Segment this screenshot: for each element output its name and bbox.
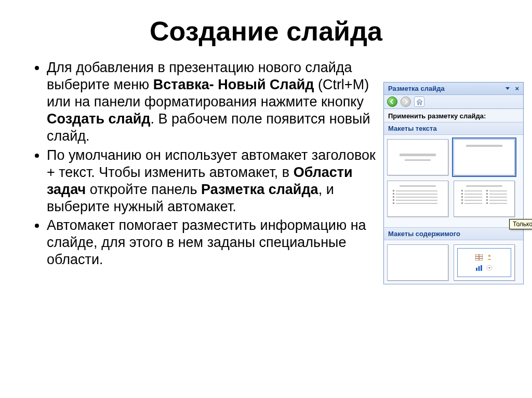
close-icon[interactable]: × <box>514 85 520 92</box>
arrow-left-icon <box>390 99 395 104</box>
arrow-right-icon <box>403 99 408 104</box>
layout-two-column-text[interactable] <box>454 181 515 217</box>
page-title: Создание слайда <box>21 16 511 47</box>
svg-point-9 <box>489 267 490 269</box>
clipart-icon <box>485 253 494 262</box>
thumb-row <box>387 139 520 175</box>
taskpane-nav <box>384 95 523 109</box>
body-text: Для добавления в презентацию нового слай… <box>21 59 379 284</box>
thumb-graphic <box>466 145 502 147</box>
bold-text: Создать слайд <box>47 111 150 127</box>
taskpane-title: Разметка слайда <box>388 85 445 92</box>
bold-text: Разметка слайда <box>201 182 318 197</box>
thumb-graphic <box>393 190 437 204</box>
svg-point-4 <box>488 255 490 257</box>
text: откройте панель <box>86 182 201 197</box>
svg-rect-5 <box>476 268 477 271</box>
apply-layout-label: Применить разметку слайда: <box>384 109 523 122</box>
content-layouts-area <box>384 240 523 284</box>
dropdown-icon[interactable] <box>506 87 510 90</box>
bullet-item: Автомакет помогает разместить информацию… <box>47 217 379 268</box>
layout-blank[interactable] <box>387 244 448 281</box>
back-button[interactable] <box>387 97 397 107</box>
svg-rect-7 <box>481 265 482 271</box>
bullet-item: По умолчанию он использует автомакет заг… <box>47 147 379 215</box>
home-icon <box>416 99 423 105</box>
bullet-list: Для добавления в презентацию нового слай… <box>21 59 379 268</box>
table-icon <box>475 253 483 262</box>
home-button[interactable] <box>414 97 424 107</box>
thumb-graphic <box>466 185 502 187</box>
layout-title-text[interactable] <box>387 181 448 217</box>
thumb-graphic <box>405 159 431 161</box>
layout-title-slide[interactable] <box>387 139 448 175</box>
content-icons <box>475 253 494 272</box>
layout-content[interactable] <box>454 244 515 281</box>
media-icon <box>485 264 494 272</box>
tooltip: Только заголо <box>509 219 532 229</box>
bold-text: Вставка- Новый Слайд <box>153 77 314 92</box>
thumb-row <box>387 181 520 217</box>
bullet-item: Для добавления в презентацию нового слай… <box>47 59 379 145</box>
thumb-graphic <box>461 190 507 204</box>
slide: Создание слайда Для добавления в презент… <box>0 0 532 398</box>
thumb-row <box>387 244 520 281</box>
svg-rect-6 <box>478 266 480 271</box>
layout-title-only[interactable] <box>454 139 515 175</box>
forward-button[interactable] <box>401 97 411 107</box>
thumb-graphic <box>400 154 436 156</box>
thumb-graphic <box>457 248 511 277</box>
section-text-layouts: Макеты текста <box>384 122 523 135</box>
section-content-layouts: Макеты содержимого <box>384 227 523 240</box>
taskpane-header: Разметка слайда × <box>384 83 523 95</box>
content-row: Для добавления в презентацию нового слай… <box>21 59 511 284</box>
text-layouts-area <box>384 135 523 227</box>
taskpane-column: Разметка слайда × <box>383 59 524 284</box>
slide-layout-taskpane: Разметка слайда × <box>383 82 524 284</box>
text: Автомакет помогает разместить информацию… <box>47 217 366 267</box>
chart-icon <box>475 264 483 272</box>
thumb-graphic <box>400 185 436 187</box>
